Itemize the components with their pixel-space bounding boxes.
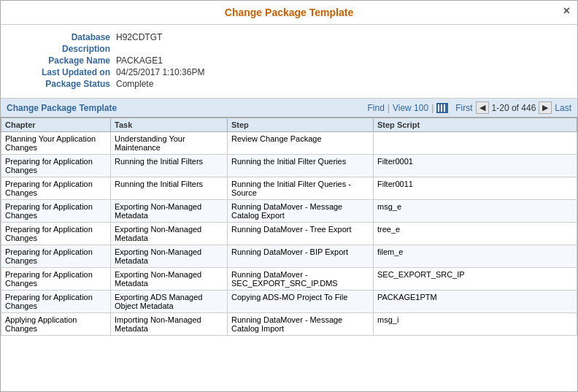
cell-script: msg_e	[374, 200, 577, 223]
info-section: Database H92CDTGT Description Package Na…	[1, 25, 577, 99]
cell-chapter: Applying Application Changes	[1, 313, 111, 336]
database-label: Database	[15, 32, 110, 42]
table-row: Planning Your Application ChangesUnderst…	[1, 132, 577, 155]
cell-script: tree_e	[374, 223, 577, 245]
package-status-row: Package Status Complete	[15, 79, 563, 89]
cell-script: msg_i	[374, 313, 577, 336]
description-label: Description	[15, 44, 110, 54]
cell-chapter: Preparing for Application Changes	[1, 291, 111, 313]
cell-chapter: Preparing for Application Changes	[1, 177, 111, 200]
separator-2: |	[431, 103, 434, 113]
last-updated-value: 04/25/2017 1:10:36PM	[116, 67, 204, 77]
toolbar-controls: Find | View 100 | First ◀ 1-20 of 446 ▶ …	[368, 101, 571, 114]
cell-step: Running DataMover - SEC_EXPORT_SRC_IP.DM…	[228, 268, 374, 291]
cell-step: Running the Initial Filter Queries	[228, 155, 374, 177]
col-header-step: Step	[228, 118, 374, 132]
cell-task: Importing Non-Managed Metadata	[111, 313, 228, 336]
cell-chapter: Preparing for Application Changes	[1, 223, 111, 245]
cell-task: Exporting Non-Managed Metadata	[111, 200, 228, 223]
cell-step: Running the Initial Filter Queries - Sou…	[228, 177, 374, 200]
separator-1: |	[388, 103, 390, 113]
cell-task: Exporting Non-Managed Metadata	[111, 245, 228, 268]
table-toolbar: Change Package Template Find | View 100 …	[1, 99, 577, 118]
cell-chapter: Planning Your Application Changes	[1, 132, 111, 155]
cell-task: Exporting ADS Managed Object Metadata	[111, 291, 228, 313]
table-row: Preparing for Application ChangesExporti…	[1, 200, 577, 223]
table-row: Preparing for Application ChangesExporti…	[1, 245, 577, 268]
cell-script: SEC_EXPORT_SRC_IP	[374, 268, 577, 291]
package-name-row: Package Name PACKAGE1	[15, 55, 563, 66]
last-updated-label: Last Updated on	[15, 67, 110, 77]
first-label[interactable]: First	[455, 103, 472, 113]
cell-task: Understanding Your Maintenance	[111, 132, 228, 155]
database-row: Database H92CDTGT	[15, 32, 563, 42]
pagination-info: 1-20 of 446	[492, 103, 536, 113]
close-button[interactable]: ×	[563, 5, 570, 17]
cell-task: Exporting Non-Managed Metadata	[111, 223, 228, 245]
description-row: Description	[15, 44, 563, 54]
find-link[interactable]: Find	[368, 103, 385, 113]
cell-chapter: Preparing for Application Changes	[1, 245, 111, 268]
package-status-value: Complete	[116, 79, 153, 89]
cell-script: PACKAGE1PTM	[374, 291, 577, 313]
cell-script: Filter0011	[374, 177, 577, 200]
cell-step: Copying ADS-MO Project To File	[228, 291, 374, 313]
package-name-label: Package Name	[15, 55, 110, 66]
data-table: Chapter Task Step Step Script Planning Y…	[1, 118, 577, 336]
table-row: Preparing for Application ChangesExporti…	[1, 268, 577, 291]
cell-chapter: Preparing for Application Changes	[1, 155, 111, 177]
table-row: Applying Application ChangesImporting No…	[1, 313, 577, 336]
package-name-value: PACKAGE1	[116, 55, 163, 66]
dialog-title: Change Package Template	[225, 7, 353, 18]
cell-chapter: Preparing for Application Changes	[1, 268, 111, 291]
view-link[interactable]: View 100	[393, 103, 428, 113]
title-bar: Change Package Template ×	[1, 1, 577, 25]
table-wrapper: Chapter Task Step Step Script Planning Y…	[1, 118, 577, 391]
table-header-row: Chapter Task Step Step Script	[1, 118, 577, 132]
database-value: H92CDTGT	[116, 32, 162, 42]
prev-button[interactable]: ◀	[476, 101, 489, 114]
col-header-chapter: Chapter	[1, 118, 111, 132]
last-label[interactable]: Last	[555, 103, 571, 113]
cell-task: Exporting Non-Managed Metadata	[111, 268, 228, 291]
cell-step: Running DataMover - Message Catalog Impo…	[228, 313, 374, 336]
cell-step: Running DataMover - Tree Export	[228, 223, 374, 245]
table-row: Preparing for Application ChangesRunning…	[1, 155, 577, 177]
cell-step: Running DataMover - BIP Export	[228, 245, 374, 268]
table-row: Preparing for Application ChangesExporti…	[1, 223, 577, 245]
package-status-label: Package Status	[15, 79, 110, 89]
table-row: Preparing for Application ChangesExporti…	[1, 291, 577, 313]
next-button[interactable]: ▶	[539, 101, 552, 114]
cell-script	[374, 132, 577, 155]
cell-task: Running the Initial Filters	[111, 155, 228, 177]
table-row: Preparing for Application ChangesRunning…	[1, 177, 577, 200]
cell-step: Running DataMover - Message Catalog Expo…	[228, 200, 374, 223]
change-package-dialog: Change Package Template × Database H92CD…	[0, 0, 578, 392]
cell-task: Running the Initial Filters	[111, 177, 228, 200]
cell-script: filem_e	[374, 245, 577, 268]
col-header-script: Step Script	[374, 118, 577, 132]
grid-icon[interactable]	[436, 103, 448, 113]
cell-chapter: Preparing for Application Changes	[1, 200, 111, 223]
table-section: Change Package Template Find | View 100 …	[1, 99, 577, 391]
col-header-task: Task	[111, 118, 228, 132]
cell-script: Filter0001	[374, 155, 577, 177]
cell-step: Review Change Package	[228, 132, 374, 155]
last-updated-row: Last Updated on 04/25/2017 1:10:36PM	[15, 67, 563, 77]
table-toolbar-title: Change Package Template	[7, 103, 117, 113]
